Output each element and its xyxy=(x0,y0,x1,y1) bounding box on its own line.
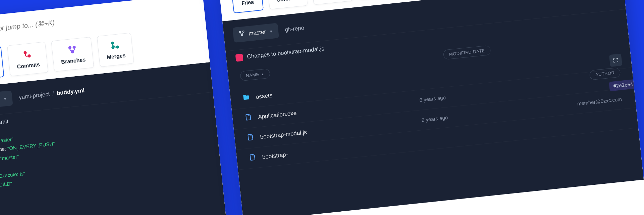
svg-point-5 xyxy=(24,51,26,54)
commit-message: Init commit xyxy=(0,118,9,128)
tab-branches[interactable]: Branches xyxy=(51,37,94,72)
svg-point-31 xyxy=(243,31,244,33)
branch-name: master xyxy=(248,29,266,37)
file-author: member@0zxc.com xyxy=(577,96,622,106)
svg-point-32 xyxy=(241,34,243,36)
file-name: Application.exe xyxy=(258,110,297,120)
tab-label: Files xyxy=(241,0,254,6)
breadcrumb-file: buddy.yml xyxy=(56,87,85,97)
file-outline-icon xyxy=(249,153,257,163)
search-input[interactable] xyxy=(0,13,109,35)
svg-point-8 xyxy=(73,46,75,48)
tab-merges[interactable]: Merges xyxy=(97,33,134,67)
tab-label: Commits xyxy=(276,0,300,3)
tab-label: Branches xyxy=(61,57,86,66)
tab-files[interactable]: Files xyxy=(0,46,4,80)
branch-graph-icon xyxy=(238,30,246,39)
tab-branches[interactable]: Branches xyxy=(311,0,354,5)
file-name: assets xyxy=(256,92,273,100)
commit-icon xyxy=(22,49,33,60)
column-header-modified[interactable]: MODIFIED DATE xyxy=(443,45,491,60)
branch-name: master xyxy=(0,96,0,104)
file-name: bootstrap-modal.js xyxy=(260,129,307,140)
file-modified: 6 years ago xyxy=(419,94,446,103)
files-panel: Files Commits Branches xyxy=(217,0,644,215)
file-name: bootstrap- xyxy=(262,151,288,161)
tab-commits[interactable]: Commits xyxy=(266,0,308,9)
svg-point-10 xyxy=(111,42,114,44)
tab-label: Merges xyxy=(107,52,126,60)
file-outline-icon xyxy=(244,113,253,123)
breadcrumb-root[interactable]: yaml-project xyxy=(18,91,50,101)
branch-selector[interactable]: master ▼ xyxy=(232,23,279,43)
branch-selector[interactable]: master ▼ xyxy=(0,90,13,110)
code-panel: Files Commits Branches xyxy=(0,0,234,215)
sort-asc-icon: ▲ xyxy=(261,72,264,76)
avatar xyxy=(235,54,243,62)
tab-label: Commits xyxy=(17,61,40,70)
repo-name[interactable]: git-repo xyxy=(284,25,304,33)
tab-files[interactable]: Files xyxy=(230,0,264,13)
chevron-down-icon: ▼ xyxy=(269,29,273,33)
folder-icon xyxy=(242,93,251,103)
svg-point-7 xyxy=(69,46,71,49)
svg-point-6 xyxy=(28,55,31,57)
branch-icon xyxy=(67,44,78,55)
tab-commits[interactable]: Commits xyxy=(7,42,48,76)
file-modified: 6 years ago xyxy=(421,115,448,123)
merge-icon xyxy=(110,40,121,51)
svg-point-12 xyxy=(112,46,114,49)
chevron-down-icon: ▼ xyxy=(3,96,7,101)
breadcrumb: git-repo xyxy=(284,25,304,33)
breadcrumb: yaml-project / buddy.yml xyxy=(18,87,85,100)
column-header-name[interactable]: NAME ▲ xyxy=(240,68,271,81)
file-outline-icon xyxy=(246,133,255,143)
svg-point-11 xyxy=(116,46,119,48)
